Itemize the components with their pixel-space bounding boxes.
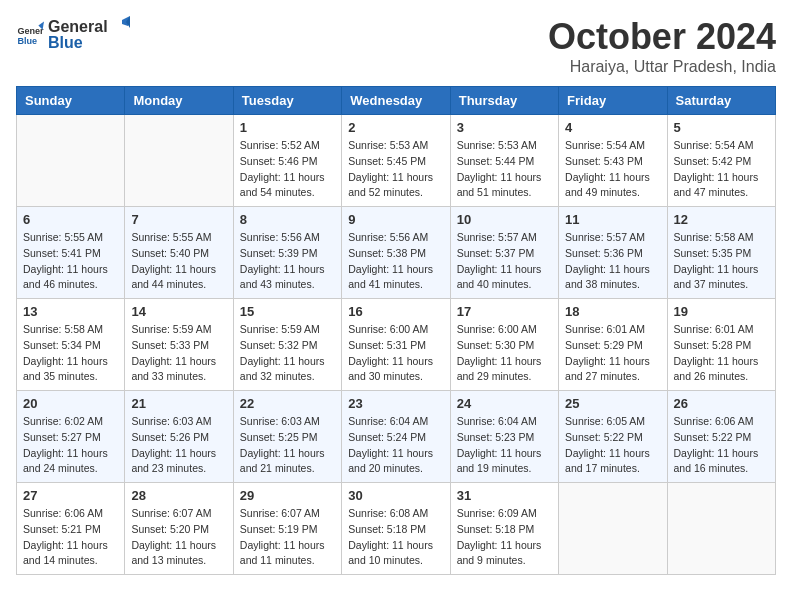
calendar-day-cell: 10Sunrise: 5:57 AMSunset: 5:37 PMDayligh…	[450, 207, 558, 299]
calendar-day-cell: 26Sunrise: 6:06 AMSunset: 5:22 PMDayligh…	[667, 391, 775, 483]
weekday-header-wednesday: Wednesday	[342, 87, 450, 115]
weekday-header-monday: Monday	[125, 87, 233, 115]
day-info: Sunrise: 6:06 AMSunset: 5:22 PMDaylight:…	[674, 414, 769, 477]
calendar-day-cell: 6Sunrise: 5:55 AMSunset: 5:41 PMDaylight…	[17, 207, 125, 299]
day-number: 18	[565, 304, 660, 319]
svg-text:General: General	[17, 26, 44, 36]
day-info: Sunrise: 5:57 AMSunset: 5:36 PMDaylight:…	[565, 230, 660, 293]
calendar-day-cell	[667, 483, 775, 575]
calendar-day-cell: 29Sunrise: 6:07 AMSunset: 5:19 PMDayligh…	[233, 483, 341, 575]
day-number: 4	[565, 120, 660, 135]
day-info: Sunrise: 6:06 AMSunset: 5:21 PMDaylight:…	[23, 506, 118, 569]
location-title: Haraiya, Uttar Pradesh, India	[548, 58, 776, 76]
day-number: 11	[565, 212, 660, 227]
day-info: Sunrise: 5:53 AMSunset: 5:45 PMDaylight:…	[348, 138, 443, 201]
weekday-header-saturday: Saturday	[667, 87, 775, 115]
day-info: Sunrise: 6:02 AMSunset: 5:27 PMDaylight:…	[23, 414, 118, 477]
day-info: Sunrise: 5:52 AMSunset: 5:46 PMDaylight:…	[240, 138, 335, 201]
day-info: Sunrise: 5:58 AMSunset: 5:34 PMDaylight:…	[23, 322, 118, 385]
day-number: 20	[23, 396, 118, 411]
day-info: Sunrise: 6:07 AMSunset: 5:19 PMDaylight:…	[240, 506, 335, 569]
calendar-day-cell: 28Sunrise: 6:07 AMSunset: 5:20 PMDayligh…	[125, 483, 233, 575]
day-number: 27	[23, 488, 118, 503]
day-number: 9	[348, 212, 443, 227]
day-info: Sunrise: 5:59 AMSunset: 5:33 PMDaylight:…	[131, 322, 226, 385]
calendar-day-cell: 19Sunrise: 6:01 AMSunset: 5:28 PMDayligh…	[667, 299, 775, 391]
day-info: Sunrise: 5:57 AMSunset: 5:37 PMDaylight:…	[457, 230, 552, 293]
calendar-day-cell: 27Sunrise: 6:06 AMSunset: 5:21 PMDayligh…	[17, 483, 125, 575]
month-title: October 2024	[548, 16, 776, 58]
day-number: 28	[131, 488, 226, 503]
day-number: 2	[348, 120, 443, 135]
day-info: Sunrise: 6:04 AMSunset: 5:23 PMDaylight:…	[457, 414, 552, 477]
day-number: 8	[240, 212, 335, 227]
day-number: 3	[457, 120, 552, 135]
day-info: Sunrise: 5:56 AMSunset: 5:38 PMDaylight:…	[348, 230, 443, 293]
logo-icon: General Blue	[16, 20, 44, 48]
day-info: Sunrise: 6:05 AMSunset: 5:22 PMDaylight:…	[565, 414, 660, 477]
calendar-week-row: 27Sunrise: 6:06 AMSunset: 5:21 PMDayligh…	[17, 483, 776, 575]
day-number: 7	[131, 212, 226, 227]
svg-text:Blue: Blue	[17, 36, 37, 46]
day-info: Sunrise: 6:08 AMSunset: 5:18 PMDaylight:…	[348, 506, 443, 569]
calendar-day-cell: 14Sunrise: 5:59 AMSunset: 5:33 PMDayligh…	[125, 299, 233, 391]
calendar-day-cell: 13Sunrise: 5:58 AMSunset: 5:34 PMDayligh…	[17, 299, 125, 391]
calendar-day-cell: 16Sunrise: 6:00 AMSunset: 5:31 PMDayligh…	[342, 299, 450, 391]
day-number: 30	[348, 488, 443, 503]
calendar-day-cell: 25Sunrise: 6:05 AMSunset: 5:22 PMDayligh…	[559, 391, 667, 483]
day-number: 13	[23, 304, 118, 319]
day-info: Sunrise: 5:53 AMSunset: 5:44 PMDaylight:…	[457, 138, 552, 201]
day-info: Sunrise: 6:03 AMSunset: 5:26 PMDaylight:…	[131, 414, 226, 477]
calendar-day-cell: 22Sunrise: 6:03 AMSunset: 5:25 PMDayligh…	[233, 391, 341, 483]
day-number: 24	[457, 396, 552, 411]
calendar-week-row: 13Sunrise: 5:58 AMSunset: 5:34 PMDayligh…	[17, 299, 776, 391]
day-number: 29	[240, 488, 335, 503]
day-info: Sunrise: 5:54 AMSunset: 5:42 PMDaylight:…	[674, 138, 769, 201]
day-number: 14	[131, 304, 226, 319]
day-number: 19	[674, 304, 769, 319]
logo: General Blue General Blue	[16, 16, 130, 52]
day-info: Sunrise: 5:55 AMSunset: 5:40 PMDaylight:…	[131, 230, 226, 293]
day-number: 17	[457, 304, 552, 319]
calendar-day-cell: 23Sunrise: 6:04 AMSunset: 5:24 PMDayligh…	[342, 391, 450, 483]
weekday-header-thursday: Thursday	[450, 87, 558, 115]
calendar-day-cell: 15Sunrise: 5:59 AMSunset: 5:32 PMDayligh…	[233, 299, 341, 391]
day-number: 16	[348, 304, 443, 319]
day-info: Sunrise: 6:03 AMSunset: 5:25 PMDaylight:…	[240, 414, 335, 477]
weekday-header-tuesday: Tuesday	[233, 87, 341, 115]
day-info: Sunrise: 5:55 AMSunset: 5:41 PMDaylight:…	[23, 230, 118, 293]
calendar-day-cell: 21Sunrise: 6:03 AMSunset: 5:26 PMDayligh…	[125, 391, 233, 483]
weekday-header-friday: Friday	[559, 87, 667, 115]
day-info: Sunrise: 5:54 AMSunset: 5:43 PMDaylight:…	[565, 138, 660, 201]
day-number: 31	[457, 488, 552, 503]
calendar-day-cell: 18Sunrise: 6:01 AMSunset: 5:29 PMDayligh…	[559, 299, 667, 391]
day-info: Sunrise: 6:09 AMSunset: 5:18 PMDaylight:…	[457, 506, 552, 569]
day-info: Sunrise: 5:59 AMSunset: 5:32 PMDaylight:…	[240, 322, 335, 385]
day-number: 22	[240, 396, 335, 411]
day-info: Sunrise: 5:58 AMSunset: 5:35 PMDaylight:…	[674, 230, 769, 293]
calendar-day-cell: 20Sunrise: 6:02 AMSunset: 5:27 PMDayligh…	[17, 391, 125, 483]
calendar-day-cell: 5Sunrise: 5:54 AMSunset: 5:42 PMDaylight…	[667, 115, 775, 207]
calendar-day-cell: 9Sunrise: 5:56 AMSunset: 5:38 PMDaylight…	[342, 207, 450, 299]
calendar-day-cell	[17, 115, 125, 207]
weekday-header-row: SundayMondayTuesdayWednesdayThursdayFrid…	[17, 87, 776, 115]
calendar-day-cell: 30Sunrise: 6:08 AMSunset: 5:18 PMDayligh…	[342, 483, 450, 575]
day-number: 5	[674, 120, 769, 135]
day-number: 12	[674, 212, 769, 227]
calendar-day-cell: 12Sunrise: 5:58 AMSunset: 5:35 PMDayligh…	[667, 207, 775, 299]
calendar-day-cell: 7Sunrise: 5:55 AMSunset: 5:40 PMDaylight…	[125, 207, 233, 299]
day-number: 15	[240, 304, 335, 319]
day-info: Sunrise: 6:01 AMSunset: 5:28 PMDaylight:…	[674, 322, 769, 385]
day-number: 23	[348, 396, 443, 411]
calendar-day-cell: 4Sunrise: 5:54 AMSunset: 5:43 PMDaylight…	[559, 115, 667, 207]
calendar-table: SundayMondayTuesdayWednesdayThursdayFrid…	[16, 86, 776, 575]
day-number: 6	[23, 212, 118, 227]
day-info: Sunrise: 6:07 AMSunset: 5:20 PMDaylight:…	[131, 506, 226, 569]
day-number: 25	[565, 396, 660, 411]
calendar-day-cell: 2Sunrise: 5:53 AMSunset: 5:45 PMDaylight…	[342, 115, 450, 207]
day-number: 1	[240, 120, 335, 135]
title-area: October 2024 Haraiya, Uttar Pradesh, Ind…	[548, 16, 776, 76]
calendar-day-cell: 3Sunrise: 5:53 AMSunset: 5:44 PMDaylight…	[450, 115, 558, 207]
calendar-day-cell: 11Sunrise: 5:57 AMSunset: 5:36 PMDayligh…	[559, 207, 667, 299]
day-info: Sunrise: 6:00 AMSunset: 5:31 PMDaylight:…	[348, 322, 443, 385]
